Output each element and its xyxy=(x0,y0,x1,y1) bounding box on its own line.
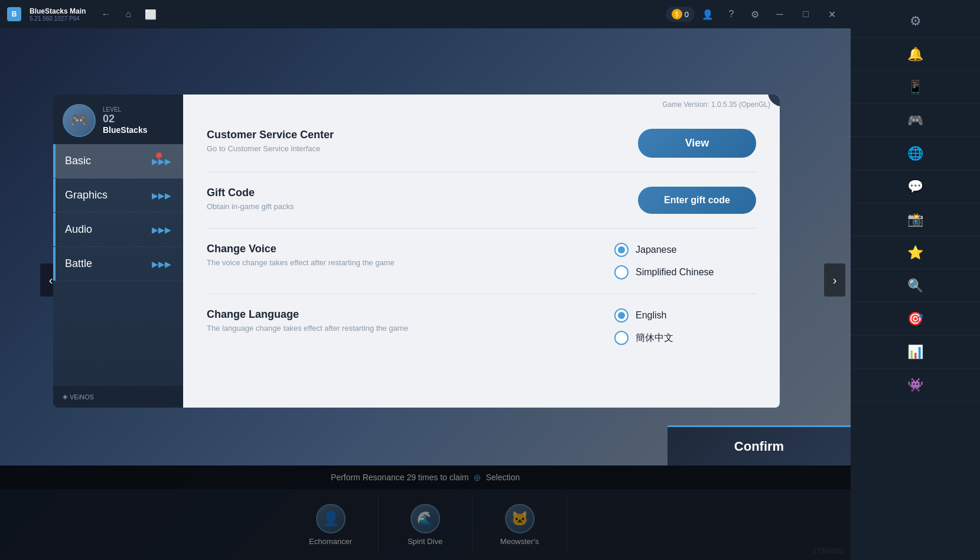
player-name: BlueStacks xyxy=(103,125,147,135)
coin-badge: $ 0 xyxy=(666,6,695,22)
toolbar-btn-settings[interactable]: ⚙ xyxy=(851,5,980,38)
customer-service-title: Customer Service Center xyxy=(207,129,431,141)
language-chinese-option[interactable]: 簡休中文 xyxy=(614,331,673,345)
dialog-content: Customer Service Center Go to Customer S… xyxy=(183,115,780,408)
language-english-label: English xyxy=(636,310,666,321)
sidebar-item-graphics[interactable]: Graphics ▶▶▶ xyxy=(53,178,183,213)
toolbar-btn-app[interactable]: 📱 xyxy=(851,71,980,104)
gift-code-desc: Obtain in-game gift packs xyxy=(207,201,431,212)
app-name: BlueStacks Main xyxy=(30,7,86,15)
coin-amount: 0 xyxy=(685,10,689,19)
minimize-button[interactable]: ─ xyxy=(768,2,792,26)
nav-icons: ← ⌂ ⬜ xyxy=(95,4,161,25)
voice-simplified-chinese-radio[interactable] xyxy=(614,265,629,279)
toolbar-btn-search[interactable]: 🔍 xyxy=(851,269,980,302)
tab-button[interactable]: ⬜ xyxy=(140,4,161,25)
settings-sidebar: 🎮 LEVEL 02 BlueStacks Basic ▶▶▶ Graphics… xyxy=(53,95,183,408)
voice-simplified-chinese-label: Simplified Chinese xyxy=(636,267,714,278)
voice-japanese-radio[interactable] xyxy=(614,243,629,257)
back-button[interactable]: ← xyxy=(95,4,116,25)
profile-button[interactable]: 👤 xyxy=(697,4,718,25)
gift-code-info: Gift Code Obtain in-game gift packs xyxy=(207,187,431,212)
language-chinese-radio[interactable] xyxy=(614,331,629,345)
sidebar-nav: Basic ▶▶▶ Graphics ▶▶▶ Audio ▶▶▶ Battle … xyxy=(53,144,183,281)
voice-japanese-label: Japanese xyxy=(636,245,676,255)
voice-japanese-option[interactable]: Japanese xyxy=(614,243,676,257)
customer-service-desc: Go to Customer Service interface xyxy=(207,144,431,154)
language-chinese-label: 簡休中文 xyxy=(636,332,673,344)
avatar: 🎮 xyxy=(63,104,96,137)
change-voice-control: Japanese Simplified Chinese xyxy=(614,243,756,279)
sidebar-avatar-section: 🎮 LEVEL 02 BlueStacks xyxy=(53,95,183,144)
sidebar-item-audio-label: Audio xyxy=(65,223,92,236)
sidebar-item-battle-label: Battle xyxy=(65,258,92,270)
toolbar-btn-chat[interactable]: 💬 xyxy=(851,170,980,203)
view-button[interactable]: View xyxy=(638,129,756,158)
help-button[interactable]: ? xyxy=(721,4,742,25)
close-window-button[interactable]: ✕ xyxy=(820,2,844,26)
graphics-indicator xyxy=(53,178,56,212)
voice-radio-group: Japanese Simplified Chinese xyxy=(614,243,756,279)
toolbar-btn-globe[interactable]: 🌐 xyxy=(851,137,980,170)
change-language-info: Change Language The language change take… xyxy=(207,308,431,334)
setting-row-change-language: Change Language The language change take… xyxy=(207,294,756,359)
bluestacks-topbar: B BlueStacks Main 5.21.560.1027 P64 ← ⌂ … xyxy=(0,0,851,28)
toolbar-btn-gamepad[interactable]: 🎮 xyxy=(851,104,980,137)
app-version: 5.21.560.1027 P64 xyxy=(30,15,86,22)
confirm-bar: Confirm xyxy=(668,425,851,465)
notification-dot xyxy=(156,152,162,158)
avatar-info: LEVEL 02 BlueStacks xyxy=(103,106,147,135)
change-language-desc: The language change takes effect after r… xyxy=(207,323,431,334)
sidebar-item-battle[interactable]: Battle ▶▶▶ xyxy=(53,247,183,281)
change-language-control: English 簡休中文 xyxy=(614,308,756,345)
gift-code-control: Enter gift code xyxy=(614,187,756,214)
app-info: BlueStacks Main 5.21.560.1027 P64 xyxy=(30,7,86,22)
confirm-button[interactable]: Confirm xyxy=(668,425,851,465)
sidebar-item-basic[interactable]: Basic ▶▶▶ xyxy=(53,144,183,178)
language-english-option[interactable]: English xyxy=(614,308,666,323)
enter-gift-code-button[interactable]: Enter gift code xyxy=(638,187,756,214)
change-voice-desc: The voice change takes effect after rest… xyxy=(207,258,431,268)
setting-row-gift-code: Gift Code Obtain in-game gift packs Ente… xyxy=(207,172,756,229)
dialog-header: Game Version: 1.0.5.35 (OpenGL) xyxy=(183,95,780,115)
audio-indicator xyxy=(53,213,56,246)
sidebar-item-basic-label: Basic xyxy=(65,155,91,167)
vein-os-logo: ◈ VEiNOS xyxy=(63,393,94,401)
right-toolbar: ⚙ 🔔 📱 🎮 🌐 💬 📸 ⭐ 🔍 🎯 📊 👾 xyxy=(851,0,980,560)
level-number: 02 xyxy=(103,113,147,125)
settings-dialog: Game Version: 1.0.5.35 (OpenGL) ✕ Custom… xyxy=(183,95,780,408)
toolbar-btn-star[interactable]: ⭐ xyxy=(851,236,980,269)
setting-row-change-voice: Change Voice The voice change takes effe… xyxy=(207,229,756,294)
change-language-title: Change Language xyxy=(207,308,431,321)
bs-logo-icon: B xyxy=(7,7,21,21)
battle-arrow-icon: ▶▶▶ xyxy=(152,259,171,269)
toolbar-btn-extra[interactable]: 👾 xyxy=(851,369,980,402)
sidebar-item-audio[interactable]: Audio ▶▶▶ xyxy=(53,213,183,247)
toolbar-btn-notification[interactable]: 🔔 xyxy=(851,38,980,71)
nav-arrow-right: › xyxy=(824,263,845,297)
level-label: LEVEL xyxy=(103,106,147,113)
home-button[interactable]: ⌂ xyxy=(118,4,139,25)
maximize-button[interactable]: □ xyxy=(794,2,818,26)
vein-os-icon: ◈ xyxy=(63,393,67,401)
graphics-arrow-icon: ▶▶▶ xyxy=(152,191,171,200)
toolbar-btn-screenshot[interactable]: 📸 xyxy=(851,203,980,236)
change-voice-info: Change Voice The voice change takes effe… xyxy=(207,243,431,268)
arrow-icon: ▶▶▶ xyxy=(152,157,171,166)
voice-simplified-chinese-option[interactable]: Simplified Chinese xyxy=(614,265,714,279)
gift-code-title: Gift Code xyxy=(207,187,431,199)
settings-button[interactable]: ⚙ xyxy=(744,4,766,25)
bluestacks-logo: B BlueStacks Main 5.21.560.1027 P64 xyxy=(7,7,86,22)
toolbar-btn-stats[interactable]: 📊 xyxy=(851,336,980,369)
setting-row-customer-service: Customer Service Center Go to Customer S… xyxy=(207,115,756,172)
toolbar-btn-target[interactable]: 🎯 xyxy=(851,302,980,336)
top-right-controls: $ 0 👤 ? ⚙ ─ □ ✕ xyxy=(666,2,844,26)
audio-arrow-icon: ▶▶▶ xyxy=(152,225,171,235)
language-english-radio[interactable] xyxy=(614,308,629,323)
next-arrow-button[interactable]: › xyxy=(824,263,845,297)
change-voice-title: Change Voice xyxy=(207,243,431,255)
battle-indicator xyxy=(53,247,56,281)
sidebar-footer: ◈ VEiNOS xyxy=(53,386,183,408)
vein-os-text: VEiNOS xyxy=(70,393,94,401)
game-version-label: Game Version: 1.0.5.35 (OpenGL) xyxy=(662,100,770,109)
